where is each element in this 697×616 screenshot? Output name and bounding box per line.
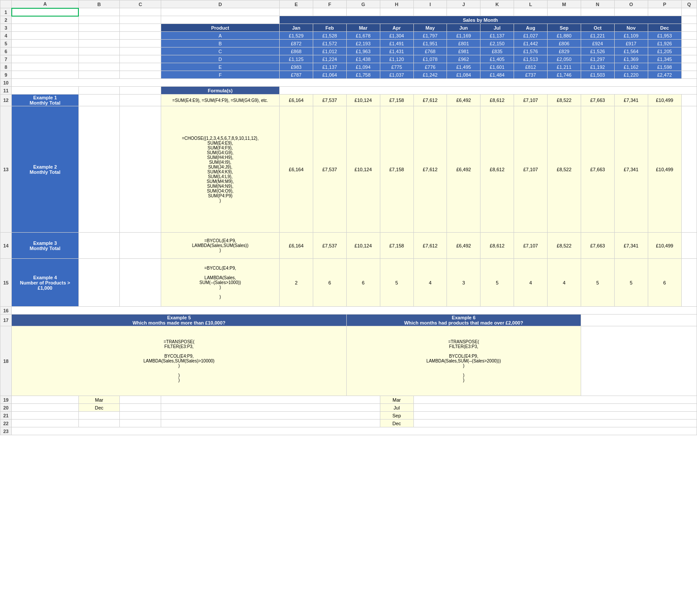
ex1-mar: £10,124 — [346, 95, 380, 106]
ex2-apr: £7,158 — [380, 106, 413, 233]
col-L: L — [514, 0, 548, 8]
product-a-jun: £1,169 — [447, 32, 480, 40]
example-3-formula: =BYCOL(E4:P9, LAMBDA(Sales,SUM(Sales)) ) — [161, 233, 279, 259]
ex4-jul: 5 — [480, 259, 514, 307]
ex1-oct: £7,663 — [581, 95, 614, 106]
ex4-may: 4 — [413, 259, 447, 307]
sales-col-feb: Feb — [313, 24, 346, 32]
product-a-oct: £1,221 — [581, 32, 614, 40]
ex4-sep: 4 — [548, 259, 581, 307]
example-6-formula: =TRANSPOSE( FILTER(E3:P3, BYCOL(E4:P9, L… — [346, 326, 581, 396]
col-O: O — [614, 0, 648, 8]
sales-col-sep: Sep — [548, 24, 581, 32]
row-4: 4 A £1,529 £1,528 £1,678 £1,304 £1,797 £… — [0, 32, 697, 40]
ex2-jan: £6,164 — [280, 106, 313, 233]
product-a-aug: £1,027 — [514, 32, 548, 40]
example-1-formula: =SUM(E4:E9), =SUM(F4:F9), =SUM(G4:G9), e… — [161, 95, 279, 106]
row-16: 16 — [0, 307, 697, 315]
row-1: 1 — [0, 8, 697, 16]
ex1-jun: £6,492 — [447, 95, 480, 106]
sales-col-jan: Jan — [280, 24, 313, 32]
ex1-jan: £6,164 — [280, 95, 313, 106]
row-8: 8 E £983 £1,137 £1,094 £775 £776 £1,495 … — [0, 63, 697, 71]
col-M: M — [548, 0, 581, 8]
row-13: 13 Example 2 Monthly Total =CHOOSE({1,2,… — [0, 106, 697, 233]
row-15: 15 Example 4 Number of Products > £1,000… — [0, 259, 697, 307]
ex1-dec: £10,499 — [648, 95, 681, 106]
ex3-jan: £6,164 — [280, 233, 313, 259]
ex1-apr: £7,158 — [380, 95, 413, 106]
ex5-result-1: Mar — [78, 396, 120, 404]
ex3-aug: £7,107 — [514, 233, 548, 259]
ex3-nov: £7,341 — [614, 233, 648, 259]
product-a-apr: £1,304 — [380, 32, 413, 40]
ex2-sep: £8,522 — [548, 106, 581, 233]
product-a-mar: £1,678 — [346, 32, 380, 40]
formulas-header: Formula(s) — [161, 87, 279, 95]
row-12: 12 Example 1 Monthly Total =SUM(E4:E9), … — [0, 95, 697, 106]
product-a-nov: £1,109 — [614, 32, 648, 40]
ex5-result-2: Dec — [78, 404, 120, 412]
row-14: 14 Example 3 Monthly Total =BYCOL(E4:P9,… — [0, 233, 697, 259]
ex6-result-3: Sep — [380, 412, 413, 420]
corner-cell — [0, 0, 12, 8]
product-a-sep: £1,880 — [548, 32, 581, 40]
ex4-oct: 5 — [581, 259, 614, 307]
example-5-header: Example 5 Which months made more than £1… — [12, 315, 347, 326]
col-K: K — [480, 0, 514, 8]
row-11: 11 Formula(s) — [0, 87, 697, 95]
sales-col-apr: Apr — [380, 24, 413, 32]
col-G: G — [346, 0, 380, 8]
ex1-aug: £7,107 — [514, 95, 548, 106]
ex2-nov: £7,341 — [614, 106, 648, 233]
row-21: 21 Sep — [0, 412, 697, 420]
row-19: 19 Mar Mar — [0, 396, 697, 404]
example-4-formula: =BYCOL(E4:P9, LAMBDA(Sales, SUM(--(Sales… — [161, 259, 279, 307]
ex3-sep: £8,522 — [548, 233, 581, 259]
sales-col-jun: Jun — [447, 24, 480, 32]
row-23: 23 — [0, 427, 697, 435]
ex2-mar: £10,124 — [346, 106, 380, 233]
example-2-formula: =CHOOSE({1,2,3,4,5,6,7,8,9,10,11,12}, SU… — [161, 106, 279, 233]
ex3-jun: £6,492 — [447, 233, 480, 259]
ex4-nov: 5 — [614, 259, 648, 307]
col-B: B — [78, 0, 120, 8]
row-10: 10 — [0, 79, 697, 87]
ex2-aug: £7,107 — [514, 106, 548, 233]
ex3-oct: £7,663 — [581, 233, 614, 259]
sales-col-jul: Jul — [480, 24, 514, 32]
ex4-dec: 6 — [648, 259, 681, 307]
column-header-row: A B C D E F G H I J K L M N O P Q — [0, 0, 697, 8]
row-20: 20 Dec Jul — [0, 404, 697, 412]
row-9: 9 F £787 £1,064 £1,758 £1,037 £1,242 £1,… — [0, 71, 697, 79]
ex3-dec: £10,499 — [648, 233, 681, 259]
col-C: C — [120, 0, 161, 8]
product-a-jan: £1,529 — [280, 32, 313, 40]
sales-by-month-title: Sales by Month — [280, 16, 682, 24]
ex1-nov: £7,341 — [614, 95, 648, 106]
example-6-header: Example 6 Which months had products that… — [346, 315, 581, 326]
ex4-jan: 2 — [280, 259, 313, 307]
col-Q: Q — [681, 0, 697, 8]
ex1-may: £7,612 — [413, 95, 447, 106]
sales-col-dec: Dec — [648, 24, 681, 32]
col-A: A — [12, 0, 79, 8]
col-N: N — [581, 0, 614, 8]
ex2-oct: £7,663 — [581, 106, 614, 233]
ex2-feb: £7,537 — [313, 106, 346, 233]
example-4-label: Example 4 Number of Products > £1,000 — [12, 259, 79, 307]
col-P: P — [648, 0, 681, 8]
example-1-label: Example 1 Monthly Total — [12, 95, 79, 106]
example-3-label: Example 3 Monthly Total — [12, 233, 79, 259]
ex6-result-4: Dec — [380, 420, 413, 427]
col-E: E — [280, 0, 313, 8]
sales-col-may: May — [413, 24, 447, 32]
row-18: 18 =TRANSPOSE( FILTER(E3:P3, BYCOL(E4:P9… — [0, 326, 697, 396]
ex1-jul: £8,612 — [480, 95, 514, 106]
ex2-jul: £8,612 — [480, 106, 514, 233]
col-J: J — [447, 0, 480, 8]
ex1-feb: £7,537 — [313, 95, 346, 106]
ex2-jun: £6,492 — [447, 106, 480, 233]
row-2: 2 Sales by Month — [0, 16, 697, 24]
ex1-sep: £8,522 — [548, 95, 581, 106]
